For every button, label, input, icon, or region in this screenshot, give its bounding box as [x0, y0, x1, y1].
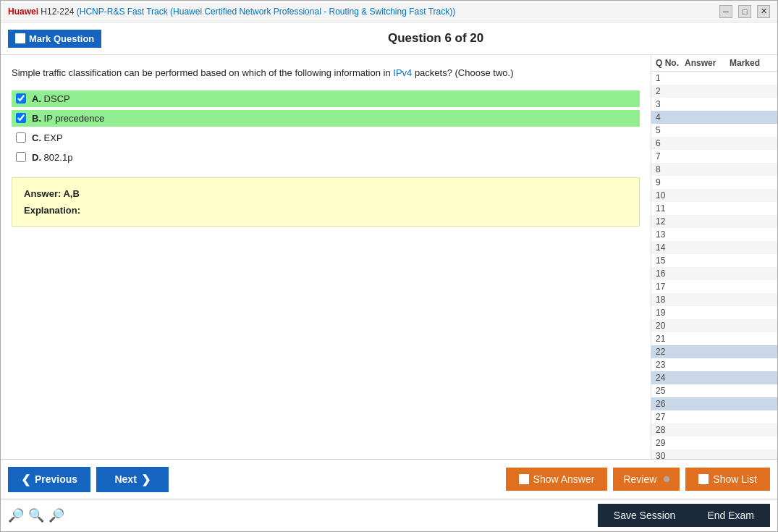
- sidebar-item[interactable]: 26: [651, 397, 777, 410]
- toolbar: Mark Question Question 6 of 20: [1, 22, 777, 55]
- sidebar-item[interactable]: 16: [651, 267, 777, 280]
- sidebar-item[interactable]: 5: [651, 124, 777, 137]
- option-d-row[interactable]: D. 802.1p: [12, 149, 640, 166]
- maximize-button[interactable]: □: [738, 5, 751, 18]
- title-text: Huawei H12-224 (HCNP-R&S Fast Track (Hua…: [8, 7, 455, 17]
- sidebar-item[interactable]: 12: [651, 215, 777, 228]
- sidebar-item[interactable]: 19: [651, 306, 777, 319]
- review-button[interactable]: Review: [613, 468, 680, 491]
- zoom-in-icon[interactable]: 🔎: [48, 507, 64, 523]
- question-text: Simple traffic classification can be per…: [12, 66, 640, 80]
- sidebar-item[interactable]: 15: [651, 254, 777, 267]
- end-exam-label: End Exam: [707, 510, 754, 521]
- bottom-bar2: 🔎 🔍 🔎 Save Session End Exam: [1, 499, 777, 531]
- show-answer-checkbox-icon: [519, 474, 529, 484]
- mark-question-button[interactable]: Mark Question: [8, 30, 101, 48]
- sidebar-item[interactable]: 13: [651, 228, 777, 241]
- sidebar-item[interactable]: 27: [651, 410, 777, 423]
- option-c-checkbox[interactable]: [16, 132, 26, 143]
- sidebar-item[interactable]: 17: [651, 280, 777, 293]
- save-session-button[interactable]: Save Session: [598, 504, 692, 527]
- question-title: Question 6 of 20: [101, 31, 770, 46]
- sidebar-item[interactable]: 23: [651, 358, 777, 371]
- option-d-checkbox[interactable]: [16, 152, 26, 162]
- sidebar-item[interactable]: 24: [651, 371, 777, 384]
- previous-button[interactable]: ❮ Previous: [8, 467, 90, 492]
- sidebar-header: Q No. Answer Marked: [651, 55, 777, 72]
- bottom-nav-bar: ❮ Previous Next ❯ Show Answer Review ☑ S…: [1, 459, 777, 499]
- sidebar-item[interactable]: 6: [651, 137, 777, 150]
- title-bar: Huawei H12-224 (HCNP-R&S Fast Track (Hua…: [1, 1, 777, 22]
- answer-box: Answer: A,B Explanation:: [12, 177, 640, 227]
- show-list-button[interactable]: ☑ Show List: [685, 468, 770, 491]
- option-a-checkbox[interactable]: [16, 93, 26, 104]
- main-content: Simple traffic classification can be per…: [1, 55, 777, 459]
- sidebar-item[interactable]: 18: [651, 293, 777, 306]
- next-label: Next: [114, 473, 136, 485]
- option-a-row[interactable]: A. DSCP: [12, 90, 640, 107]
- next-button[interactable]: Next ❯: [96, 467, 169, 492]
- sidebar-item[interactable]: 21: [651, 332, 777, 345]
- sidebar-item[interactable]: 3: [651, 98, 777, 111]
- sidebar-item[interactable]: 9: [651, 176, 777, 189]
- sidebar-qno-header: Q No.: [656, 58, 685, 68]
- show-answer-button[interactable]: Show Answer: [506, 468, 608, 491]
- sidebar-item[interactable]: 29: [651, 436, 777, 449]
- option-c-label: C. EXP: [32, 132, 63, 143]
- mark-question-label: Mark Question: [29, 33, 94, 44]
- option-a-label: A. DSCP: [32, 93, 70, 104]
- show-answer-label: Show Answer: [533, 473, 595, 485]
- sidebar: Q No. Answer Marked 1 2 3 4 5 6 7 8 9 10…: [651, 55, 777, 459]
- sidebar-item[interactable]: 11: [651, 202, 777, 215]
- sidebar-item[interactable]: 30: [651, 449, 777, 459]
- show-list-label: Show List: [713, 473, 757, 485]
- review-label: Review: [623, 473, 656, 485]
- sidebar-item[interactable]: 4: [651, 111, 777, 124]
- right-arrow-icon: ❯: [141, 473, 151, 486]
- options-list: A. DSCP B. IP precedence C. EXP D. 802.1…: [12, 90, 640, 166]
- explanation-line: Explanation:: [24, 205, 627, 216]
- option-c-row[interactable]: C. EXP: [12, 130, 640, 146]
- sidebar-item[interactable]: 25: [651, 384, 777, 397]
- sidebar-item[interactable]: 28: [651, 423, 777, 436]
- review-dot-icon: [664, 476, 669, 482]
- sidebar-answer-header: Answer: [685, 58, 730, 68]
- sidebar-item[interactable]: 14: [651, 241, 777, 254]
- question-area: Simple traffic classification can be per…: [1, 55, 651, 459]
- zoom-fit-icon[interactable]: 🔍: [28, 507, 44, 523]
- close-button[interactable]: ✕: [757, 5, 770, 18]
- option-d-label: D. 802.1p: [32, 152, 72, 163]
- mark-icon: [15, 33, 25, 43]
- previous-label: Previous: [35, 473, 77, 485]
- sidebar-item[interactable]: 7: [651, 150, 777, 163]
- option-b-row[interactable]: B. IP precedence: [12, 110, 640, 127]
- save-session-label: Save Session: [614, 510, 676, 521]
- sidebar-item[interactable]: 1: [651, 72, 777, 85]
- show-list-checked-icon: ☑: [698, 474, 709, 484]
- zoom-out-icon[interactable]: 🔎: [8, 507, 24, 523]
- sidebar-item[interactable]: 8: [651, 163, 777, 176]
- sidebar-marked-header: Marked: [730, 58, 773, 68]
- end-exam-button[interactable]: End Exam: [691, 504, 770, 527]
- window-controls: ─ □ ✕: [719, 5, 770, 18]
- zoom-controls: 🔎 🔍 🔎: [8, 507, 64, 523]
- option-b-checkbox[interactable]: [16, 113, 26, 123]
- answer-line: Answer: A,B: [24, 188, 627, 199]
- minimize-button[interactable]: ─: [719, 5, 732, 18]
- sidebar-item[interactable]: 2: [651, 85, 777, 98]
- option-b-label: B. IP precedence: [32, 113, 104, 124]
- sidebar-item[interactable]: 20: [651, 319, 777, 332]
- sidebar-list[interactable]: 1 2 3 4 5 6 7 8 9 10 11 12 13 14 15 16 1…: [651, 72, 777, 459]
- sidebar-item[interactable]: 10: [651, 189, 777, 202]
- sidebar-item[interactable]: 22: [651, 345, 777, 358]
- left-arrow-icon: ❮: [21, 473, 30, 486]
